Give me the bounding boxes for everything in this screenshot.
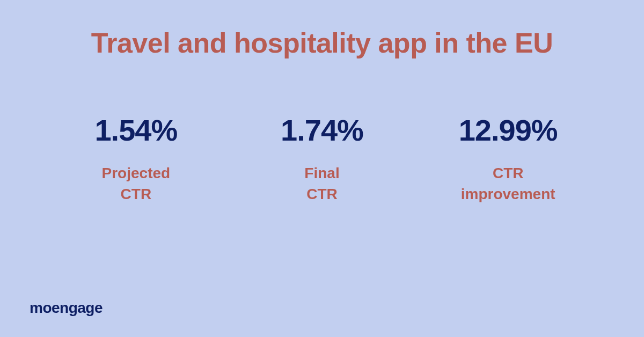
- stats-row: 1.54% Projected CTR 1.74% Final CTR 12.9…: [32, 113, 612, 204]
- stat-value: 1.74%: [281, 113, 363, 148]
- stat-ctr-improvement: 12.99% CTR improvement: [415, 113, 601, 204]
- slide-container: Travel and hospitality app in the EU 1.5…: [0, 0, 644, 337]
- stat-label: CTR improvement: [461, 163, 555, 204]
- stat-final-ctr: 1.74% Final CTR: [229, 113, 415, 204]
- stat-projected-ctr: 1.54% Projected CTR: [43, 113, 229, 204]
- stat-value: 1.54%: [94, 113, 177, 148]
- stat-label: Projected CTR: [102, 163, 171, 204]
- stat-label: Final CTR: [304, 163, 339, 204]
- brand-logo: moengage: [30, 299, 103, 317]
- stat-value: 12.99%: [459, 113, 558, 148]
- slide-title: Travel and hospitality app in the EU: [32, 27, 612, 59]
